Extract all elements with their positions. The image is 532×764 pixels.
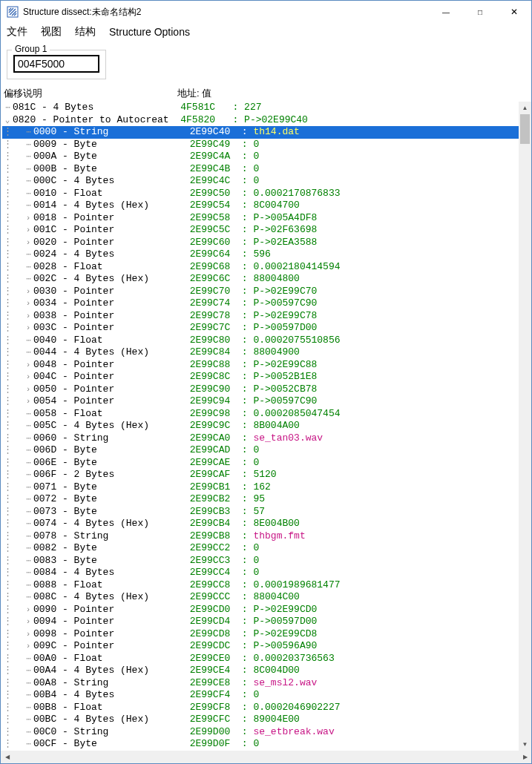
- tree-row[interactable]: ⋮›0090 - Pointer 2E99CD0 : P->02E99CD0: [2, 604, 519, 616]
- scroll-right-button[interactable]: ▶: [519, 751, 531, 763]
- menu-structure[interactable]: 结构: [75, 25, 96, 39]
- tree-row[interactable]: ⋮⋯0082 - Byte 2E99CC2 : 0: [2, 542, 519, 555]
- tree-branch-line: ⋮: [2, 383, 13, 396]
- tree-row[interactable]: ⋮⋯00CF - Byte 2E99D0F : 0: [2, 738, 519, 751]
- tree-expand-icon[interactable]: ›: [23, 297, 33, 310]
- column-offset[interactable]: 偏移说明: [4, 87, 177, 100]
- tree-row[interactable]: ⋮⋯0072 - Byte 2E99CB2 : 95: [2, 493, 519, 506]
- tree-row[interactable]: ⋮⋯0088 - Float 2E99CC8 : 0.0001989681477: [2, 579, 519, 592]
- value-label: 0: [253, 567, 259, 579]
- scroll-up-button[interactable]: ▲: [519, 102, 531, 114]
- tree-expand-icon[interactable]: ›: [23, 616, 33, 628]
- tree-row[interactable]: ⋮⋯0009 - Byte 2E99C49 : 0: [2, 139, 519, 151]
- tree-row[interactable]: ⋮⋯0044 - 4 Bytes (Hex) 2E99C84 : 8800490…: [2, 346, 519, 359]
- address-input[interactable]: [13, 55, 99, 73]
- tree-row[interactable]: ⋮⋯00B4 - 4 Bytes 2E99CF4 : 0: [2, 689, 519, 702]
- tree-row[interactable]: ⋮⋯00A8 - String 2E99CE8 : se_msl2.wav: [2, 677, 519, 690]
- tree-row[interactable]: ⋮›0018 - Pointer 2E99C58 : P->005A4DF8: [2, 212, 519, 225]
- tree-row[interactable]: ⋮⋯00A0 - Float 2E99CE0 : 0.000203736563: [2, 653, 519, 665]
- tree-row[interactable]: ⋯081C - 4 Bytes 4F581C : 227: [2, 102, 519, 114]
- tree-row[interactable]: ⋮⋯0071 - Byte 2E99CB1 : 162: [2, 481, 519, 494]
- tree-row[interactable]: ⋮›0098 - Pointer 2E99CD8 : P->02E99CD8: [2, 628, 519, 641]
- offset-label: 0040 - Float: [33, 335, 190, 347]
- menubar: 文件 视图 结构 Structure Options: [1, 23, 531, 42]
- tree-leaf-icon: ⋯: [23, 248, 33, 261]
- vertical-scrollbar[interactable]: ▲ ▼: [519, 102, 531, 751]
- menu-file[interactable]: 文件: [7, 25, 27, 39]
- scroll-track[interactable]: [519, 114, 531, 738]
- tree-branch-line: ⋮: [2, 738, 13, 751]
- maximize-button[interactable]: □: [463, 1, 497, 23]
- tree-row[interactable]: ⋮⋯000C - 4 Bytes 2E99C4C : 0: [2, 175, 519, 188]
- tree-row[interactable]: ⋮⋯0028 - Float 2E99C68 : 0.0002180414594: [2, 261, 519, 274]
- menu-options[interactable]: Structure Options: [109, 26, 190, 38]
- tree-row[interactable]: ⋮⋯006D - Byte 2E99CAD : 0: [2, 444, 519, 457]
- tree-row[interactable]: ⋮›001C - Pointer 2E99C5C : P->02F63698: [2, 224, 519, 237]
- tree-branch-line: ⋮: [2, 616, 13, 628]
- menu-view[interactable]: 视图: [41, 25, 62, 39]
- tree-row[interactable]: ⋮›0034 - Pointer 2E99C74 : P->00597C90: [2, 297, 519, 310]
- hscroll-track[interactable]: [13, 751, 519, 763]
- scroll-left-button[interactable]: ◀: [1, 751, 13, 763]
- tree-row[interactable]: ⋮⋯0058 - Float 2E99C98 : 0.0002085047454: [2, 408, 519, 421]
- tree-row[interactable]: ⋮⋯006F - 2 Bytes 2E99CAF : 5120: [2, 469, 519, 481]
- tree-row[interactable]: ⋮⋯008C - 4 Bytes (Hex) 2E99CCC : 88004C0…: [2, 591, 519, 604]
- tree-expand-icon[interactable]: ›: [23, 395, 33, 408]
- tree-row[interactable]: ⋮⋯0060 - String 2E99CA0 : se_tan03.wav: [2, 432, 519, 445]
- tree-row[interactable]: ⋮›0054 - Pointer 2E99C94 : P->00597C90: [2, 395, 519, 408]
- tree-expand-icon[interactable]: ›: [23, 628, 33, 641]
- tree-expand-icon[interactable]: ⌄: [2, 114, 13, 127]
- scroll-down-button[interactable]: ▼: [519, 738, 531, 751]
- tree-row[interactable]: ⋮›003C - Pointer 2E99C7C : P->00597D00: [2, 322, 519, 335]
- horizontal-scrollbar[interactable]: ◀ ▶: [1, 751, 531, 763]
- tree-leaf-icon: ⋯: [23, 738, 33, 751]
- tree-row[interactable]: ⋮⋯0024 - 4 Bytes 2E99C64 : 596: [2, 248, 519, 261]
- tree-row[interactable]: ⋮›004C - Pointer 2E99C8C : P->0052B1E8: [2, 371, 519, 383]
- offset-label: 0020 - Pointer: [33, 237, 190, 249]
- tree-expand-icon[interactable]: ›: [23, 224, 33, 237]
- address-label: 2E99CAE :: [190, 457, 254, 470]
- tree-row[interactable]: ⋮⋯000A - Byte 2E99C4A : 0: [2, 151, 519, 163]
- tree-expand-icon[interactable]: ›: [23, 322, 33, 335]
- tree-row[interactable]: ⋮⋯00BC - 4 Bytes (Hex) 2E99CFC : 89004E0…: [2, 714, 519, 726]
- tree-row[interactable]: ⋮⋯0000 - String 2E99C40 : th14.dat: [2, 126, 519, 139]
- tree-row[interactable]: ⋮⋯006E - Byte 2E99CAE : 0: [2, 457, 519, 470]
- tree-row[interactable]: ⋮⋯00C0 - String 2E99D00 : se_etbreak.wav: [2, 726, 519, 739]
- close-button[interactable]: ✕: [497, 1, 531, 23]
- tree-expand-icon[interactable]: ›: [23, 383, 33, 396]
- tree-row[interactable]: ⋮›0030 - Pointer 2E99C70 : P->02E99C70: [2, 286, 519, 298]
- titlebar[interactable]: Structure dissect:未命名结构2 — □ ✕: [1, 1, 531, 23]
- tree-expand-icon[interactable]: ›: [23, 359, 33, 372]
- tree-row[interactable]: ⋮›0050 - Pointer 2E99C90 : P->0052CB78: [2, 383, 519, 396]
- column-address-value[interactable]: 地址: 值: [177, 87, 531, 100]
- tree-expand-icon[interactable]: ›: [23, 310, 33, 323]
- tree-expand-icon[interactable]: ›: [23, 237, 33, 249]
- tree-row[interactable]: ⋮›009C - Pointer 2E99CDC : P->00596A90: [2, 640, 519, 653]
- scroll-thumb[interactable]: [520, 114, 530, 144]
- tree-row[interactable]: ⋮⋯0084 - 4 Bytes 2E99CC4 : 0: [2, 567, 519, 579]
- tree-row[interactable]: ⋮›0038 - Pointer 2E99C78 : P->02E99C78: [2, 310, 519, 323]
- tree-row[interactable]: ⋮⋯002C - 4 Bytes (Hex) 2E99C6C : 8800480…: [2, 273, 519, 286]
- tree-row[interactable]: ⋮⋯0040 - Float 2E99C80 : 0.0002075510856: [2, 335, 519, 347]
- tree-row[interactable]: ⋮⋯0083 - Byte 2E99CC3 : 0: [2, 555, 519, 567]
- tree-row[interactable]: ⋮⋯0074 - 4 Bytes (Hex) 2E99CB4 : 8E004B0…: [2, 518, 519, 530]
- tree-row[interactable]: ⋮⋯005C - 4 Bytes (Hex) 2E99C9C : 8B004A0…: [2, 420, 519, 432]
- tree-expand-icon[interactable]: ›: [23, 604, 33, 616]
- tree-row[interactable]: ⋮›0094 - Pointer 2E99CD4 : P->00597D00: [2, 616, 519, 628]
- tree-expand-icon[interactable]: ›: [23, 212, 33, 225]
- tree-row[interactable]: ⋮⋯0014 - 4 Bytes (Hex) 2E99C54 : 8C00470…: [2, 200, 519, 212]
- tree-expand-icon[interactable]: ›: [23, 286, 33, 298]
- tree-row[interactable]: ⌄0820 - Pointer to Autocreat 4F5820 : P-…: [2, 114, 519, 127]
- minimize-button[interactable]: —: [429, 1, 463, 23]
- tree-row[interactable]: ⋮⋯00A4 - 4 Bytes (Hex) 2E99CE4 : 8C004D0…: [2, 665, 519, 677]
- tree-row[interactable]: ⋮›0020 - Pointer 2E99C60 : P->02EA3588: [2, 237, 519, 249]
- tree-row[interactable]: ⋮⋯000B - Byte 2E99C4B : 0: [2, 163, 519, 176]
- tree-row[interactable]: ⋮⋯0078 - String 2E99CB8 : thbgm.fmt: [2, 530, 519, 543]
- tree-row[interactable]: ⋮⋯0010 - Float 2E99C50 : 0.0002170876833: [2, 188, 519, 200]
- tree-expand-icon[interactable]: ›: [23, 640, 33, 653]
- tree-row[interactable]: ⋮⋯0073 - Byte 2E99CB3 : 57: [2, 506, 519, 518]
- tree-expand-icon[interactable]: ›: [23, 371, 33, 383]
- tree-row[interactable]: ⋮⋯00B8 - Float 2E99CF8 : 0.0002046902227: [2, 702, 519, 714]
- tree-row[interactable]: ⋮›0048 - Pointer 2E99C88 : P->02E99C88: [2, 359, 519, 372]
- structure-tree[interactable]: ⋯081C - 4 Bytes 4F581C : 227⌄0820 - Poin…: [1, 102, 519, 751]
